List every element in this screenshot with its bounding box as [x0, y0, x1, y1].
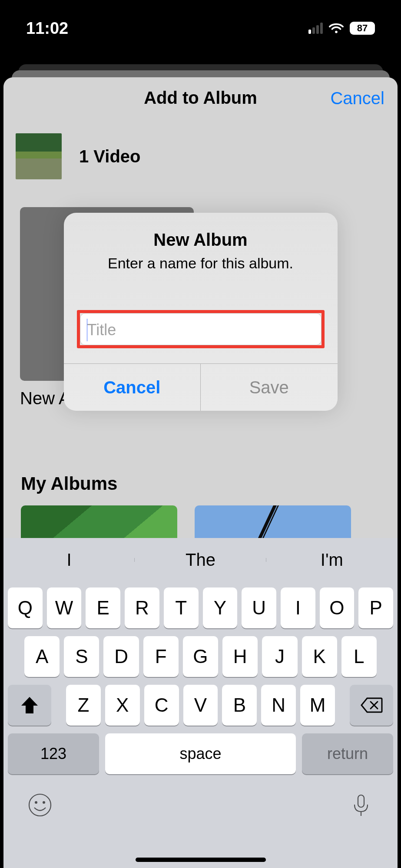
- key-s[interactable]: S: [64, 636, 99, 677]
- alert-input-highlight: [77, 310, 325, 348]
- key-g[interactable]: G: [183, 636, 218, 677]
- emoji-icon[interactable]: [27, 792, 53, 818]
- prediction-suggestion[interactable]: The: [135, 550, 266, 570]
- keyboard-row-4: 123 space return: [3, 733, 398, 774]
- key-h[interactable]: H: [222, 636, 258, 677]
- key-q[interactable]: Q: [8, 587, 43, 628]
- wifi-icon: [329, 23, 344, 34]
- keyboard-row-3: Z X C V B N M: [3, 685, 398, 726]
- new-album-alert: New Album Enter a name for this album. C…: [64, 213, 338, 411]
- key-n[interactable]: N: [261, 685, 296, 726]
- svg-point-3: [43, 801, 45, 804]
- key-l[interactable]: L: [341, 636, 377, 677]
- svg-point-1: [29, 794, 51, 816]
- key-b[interactable]: B: [222, 685, 257, 726]
- key-r[interactable]: R: [125, 587, 159, 628]
- key-c[interactable]: C: [144, 685, 179, 726]
- key-backspace[interactable]: [350, 685, 393, 726]
- prediction-suggestion[interactable]: I'm: [266, 550, 398, 570]
- dictation-icon[interactable]: [348, 792, 374, 818]
- keyboard-bottom-bar: [3, 774, 398, 825]
- selected-media-row: 1 Video: [3, 119, 398, 188]
- svg-point-2: [35, 801, 37, 804]
- key-z[interactable]: Z: [66, 685, 101, 726]
- key-t[interactable]: T: [164, 587, 199, 628]
- alert-title: New Album: [77, 230, 325, 250]
- home-indicator[interactable]: [136, 858, 266, 862]
- key-y[interactable]: Y: [203, 587, 238, 628]
- key-k[interactable]: K: [302, 636, 337, 677]
- key-shift[interactable]: [8, 685, 51, 726]
- key-w[interactable]: W: [47, 587, 82, 628]
- key-space[interactable]: space: [105, 733, 296, 774]
- media-thumbnail: [16, 133, 62, 179]
- svg-rect-4: [358, 795, 364, 807]
- key-f[interactable]: F: [143, 636, 179, 677]
- sheet-title: Add to Album: [144, 88, 257, 108]
- svg-point-0: [335, 31, 338, 33]
- cellular-signal-icon: [308, 23, 323, 34]
- key-j[interactable]: J: [262, 636, 297, 677]
- media-count-label: 1 Video: [79, 147, 141, 166]
- keyboard-row-2: A S D F G H J K L: [3, 636, 398, 677]
- my-albums-header: My Albums: [3, 413, 398, 505]
- key-x[interactable]: X: [105, 685, 140, 726]
- key-i[interactable]: I: [281, 587, 315, 628]
- keyboard-row-1: Q W E R T Y U I O P: [3, 587, 398, 628]
- key-m[interactable]: M: [300, 685, 335, 726]
- status-bar: 11:02 87: [0, 0, 401, 48]
- alert-cancel-button[interactable]: Cancel: [64, 364, 201, 411]
- prediction-bar: I The I'm: [3, 538, 398, 581]
- key-u[interactable]: U: [242, 587, 276, 628]
- key-o[interactable]: O: [320, 587, 355, 628]
- battery-indicator: 87: [350, 22, 375, 35]
- alert-button-row: Cancel Save: [64, 363, 338, 411]
- status-indicators: 87: [308, 22, 375, 35]
- album-title-input[interactable]: [80, 313, 321, 345]
- key-return[interactable]: return: [302, 733, 393, 774]
- key-mode-123[interactable]: 123: [8, 733, 99, 774]
- key-d[interactable]: D: [103, 636, 139, 677]
- sheet-header: Add to Album Cancel: [3, 77, 398, 119]
- status-time: 11:02: [26, 19, 68, 38]
- key-p[interactable]: P: [358, 587, 393, 628]
- add-to-album-sheet: Add to Album Cancel 1 Video New Album...…: [3, 77, 398, 868]
- key-v[interactable]: V: [183, 685, 218, 726]
- key-a[interactable]: A: [24, 636, 60, 677]
- prediction-suggestion[interactable]: I: [3, 550, 135, 570]
- keyboard: I The I'm Q W E R T Y U I O P A S D F G …: [3, 538, 398, 868]
- sheet-cancel-button[interactable]: Cancel: [330, 88, 384, 108]
- key-e[interactable]: E: [86, 587, 120, 628]
- alert-subtitle: Enter a name for this album.: [77, 255, 325, 272]
- alert-save-button[interactable]: Save: [201, 364, 338, 411]
